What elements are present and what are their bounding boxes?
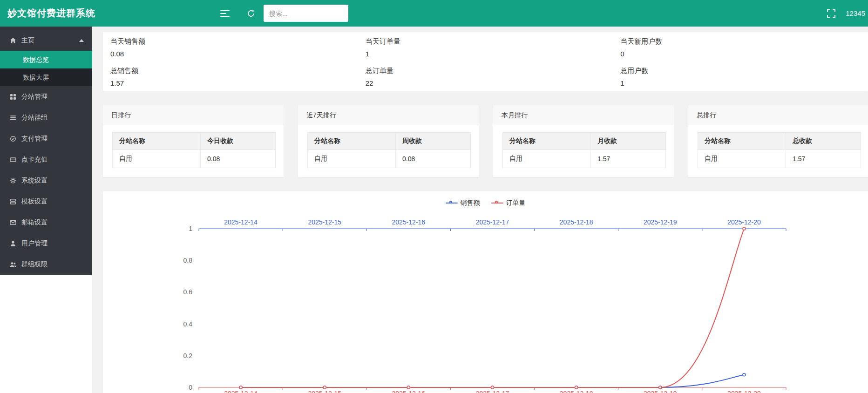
ranking-card-daily: 日排行 分站名称 今日收款 自用 0.08 <box>103 105 284 177</box>
sidebar-item-system-settings[interactable]: 系统设置 <box>0 170 92 191</box>
sidebar-submenu: 数据总览 数据大屏 <box>0 51 92 86</box>
ranking-card-month: 本月排行 分站名称 月收款 自用 1.57 <box>493 105 674 177</box>
column-header: 月收款 <box>591 133 666 150</box>
stat-today-orders: 当天订单量 1 <box>358 32 613 61</box>
sidebar-item-label: 分站群组 <box>21 114 47 122</box>
ranking-table: 分站名称 今日收款 自用 0.08 <box>112 132 276 168</box>
sidebar-item-label: 用户管理 <box>21 239 47 248</box>
sidebar-item-substation-groups[interactable]: 分站群组 <box>0 107 92 128</box>
ranking-card-week: 近7天排行 分站名称 周收款 自用 0.08 <box>298 105 479 177</box>
username[interactable]: 12345 <box>846 0 865 27</box>
stat-label: 当天新用户数 <box>620 37 861 46</box>
ranking-card-title: 本月排行 <box>493 105 674 125</box>
top-bar: 妙文馆付费进群系统 12345 <box>0 0 868 27</box>
list-icon <box>9 114 17 122</box>
stat-value: 0 <box>620 50 861 58</box>
ranking-card-title: 总排行 <box>688 105 868 125</box>
legend-item[interactable]: 订单量 <box>491 199 526 207</box>
stat-today-new-users: 当天新用户数 0 <box>613 32 868 61</box>
cell-amount: 0.08 <box>201 150 276 168</box>
column-header: 今日收款 <box>201 133 276 150</box>
column-header: 分站名称 <box>308 133 396 150</box>
sidebar-item-mail-settings[interactable]: 邮箱设置 <box>0 212 92 233</box>
refresh-icon[interactable] <box>243 0 259 27</box>
sidebar-item-label: 分站管理 <box>21 93 47 101</box>
stat-label: 当天销售额 <box>110 37 351 46</box>
legend-marker-dot <box>449 201 452 203</box>
home-icon <box>9 37 17 44</box>
chart-legend: 销售额订单量 <box>103 199 868 207</box>
user-icon <box>9 240 17 247</box>
stat-today-sales: 当天销售额 0.08 <box>103 32 358 61</box>
fullscreen-icon[interactable] <box>823 0 839 27</box>
legend-label: 销售额 <box>461 199 480 207</box>
svg-text:2025-12-18: 2025-12-18 <box>560 218 593 226</box>
svg-text:2025-12-20: 2025-12-20 <box>727 218 761 226</box>
sidebar: 主页 数据总览 数据大屏 分站管理 分站群组 支付管理 点卡充值 系统设置 <box>0 27 92 275</box>
ranking-row: 日排行 分站名称 今日收款 自用 0.08 近7天排行 <box>103 105 868 177</box>
sidebar-item-template-settings[interactable]: 模板设置 <box>0 191 92 212</box>
cell-site-name: 自用 <box>113 150 201 168</box>
chart-svg: 00.20.40.60.812025-12-142025-12-152025-1… <box>199 229 786 387</box>
cell-amount: 1.57 <box>591 150 666 168</box>
menu-toggle-icon[interactable] <box>217 0 233 27</box>
sidebar-item-group-permissions[interactable]: 群组权限 <box>0 254 92 275</box>
sidebar-item-substation-manage[interactable]: 分站管理 <box>0 86 92 107</box>
legend-label: 订单量 <box>506 199 526 207</box>
stat-label: 当天订单量 <box>366 37 606 46</box>
column-header: 周收款 <box>396 133 471 150</box>
svg-text:2025-12-14: 2025-12-14 <box>224 390 258 393</box>
svg-text:2025-12-15: 2025-12-15 <box>308 390 341 393</box>
svg-text:2025-12-16: 2025-12-16 <box>392 218 426 226</box>
sidebar-item-payment-manage[interactable]: 支付管理 <box>0 128 92 149</box>
legend-item[interactable]: 销售额 <box>446 199 480 207</box>
sales-orders-chart-card: 销售额订单量 00.20.40.60.812025-12-142025-12-1… <box>103 191 868 393</box>
table-row: 自用 1.57 <box>698 150 861 168</box>
sidebar-item-label: 支付管理 <box>21 135 47 143</box>
table-row: 自用 1.57 <box>503 150 666 168</box>
search-input[interactable] <box>264 5 348 22</box>
grid-icon <box>9 93 17 101</box>
mail-icon <box>9 219 17 226</box>
ranking-card-title: 日排行 <box>103 105 284 125</box>
svg-text:2025-12-19: 2025-12-19 <box>644 218 677 226</box>
sidebar-item-data-screen[interactable]: 数据大屏 <box>0 68 92 86</box>
stats-panel: 当天销售额 0.08 当天订单量 1 当天新用户数 0 总销售额 1.57 总订… <box>103 32 868 91</box>
chart-plot-area: 00.20.40.60.812025-12-142025-12-152025-1… <box>199 229 786 387</box>
sidebar-item-label: 群组权限 <box>21 260 47 269</box>
main-content: 当天销售额 0.08 当天订单量 1 当天新用户数 0 总销售额 1.57 总订… <box>92 27 868 393</box>
stat-value: 22 <box>366 79 606 87</box>
users-icon <box>9 261 17 268</box>
stat-total-users: 总用户数 1 <box>613 61 868 91</box>
sidebar-item-label: 模板设置 <box>21 197 47 206</box>
stat-value: 1.57 <box>110 79 351 87</box>
chevron-up-icon <box>79 39 84 42</box>
svg-text:0.8: 0.8 <box>183 257 193 264</box>
sidebar-item-label: 点卡充值 <box>21 156 47 164</box>
svg-text:0: 0 <box>189 384 192 391</box>
stat-label: 总销售额 <box>110 67 351 75</box>
ranking-table: 分站名称 月收款 自用 1.57 <box>502 132 666 168</box>
sidebar-item-data-overview[interactable]: 数据总览 <box>0 51 92 68</box>
column-header: 总收款 <box>786 133 861 150</box>
stat-total-sales: 总销售额 1.57 <box>103 61 358 91</box>
column-header: 分站名称 <box>698 133 786 150</box>
svg-text:2025-12-17: 2025-12-17 <box>476 390 509 393</box>
column-header: 分站名称 <box>503 133 591 150</box>
ranking-card-total: 总排行 分站名称 总收款 自用 1.57 <box>688 105 868 177</box>
cell-amount: 1.57 <box>786 150 861 168</box>
svg-text:2025-12-19: 2025-12-19 <box>644 390 677 393</box>
ranking-table: 分站名称 周收款 自用 0.08 <box>307 132 471 168</box>
cell-site-name: 自用 <box>503 150 591 168</box>
stat-value: 1 <box>366 50 606 58</box>
sidebar-item-user-manage[interactable]: 用户管理 <box>0 233 92 254</box>
svg-text:2025-12-15: 2025-12-15 <box>308 218 341 226</box>
sidebar-item-home[interactable]: 主页 <box>0 30 92 51</box>
cell-site-name: 自用 <box>308 150 396 168</box>
sidebar-item-card-recharge[interactable]: 点卡充值 <box>0 149 92 170</box>
legend-marker-dot <box>495 201 498 203</box>
svg-text:0.4: 0.4 <box>183 320 193 328</box>
stat-value: 1 <box>620 79 861 87</box>
svg-text:2025-12-17: 2025-12-17 <box>476 218 509 226</box>
svg-text:2025-12-14: 2025-12-14 <box>224 218 258 226</box>
